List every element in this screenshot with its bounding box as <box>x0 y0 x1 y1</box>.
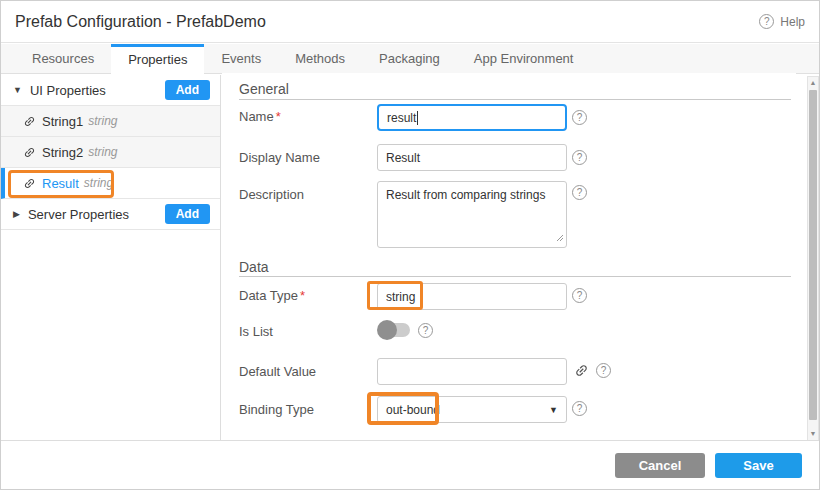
sidebar-group-server-properties[interactable]: ▶ Server Properties Add <box>1 199 220 230</box>
binding-type-select[interactable]: out-bound ▼ <box>377 396 567 423</box>
display-name-help-icon[interactable]: ? <box>572 150 587 165</box>
chevron-right-icon: ▶ <box>13 209 20 219</box>
property-name: Result <box>42 176 79 191</box>
required-asterisk: * <box>300 288 305 303</box>
property-name: String1 <box>42 114 83 129</box>
property-form: General Name* result ? Display Name Resu… <box>222 73 796 442</box>
dropdown-arrow-icon: ▼ <box>549 405 558 415</box>
tab-properties[interactable]: Properties <box>111 44 204 75</box>
resize-handle-icon[interactable] <box>556 231 564 245</box>
display-name-input[interactable]: Result <box>377 144 567 171</box>
link-icon <box>20 174 38 192</box>
dialog-footer: Cancel Save <box>1 440 819 489</box>
save-button[interactable]: Save <box>715 453 802 478</box>
properties-sidebar: ▼ UI Properties Add String1 string Strin… <box>1 75 221 442</box>
sidebar-item-result[interactable]: Result string <box>1 168 220 199</box>
tab-resources[interactable]: Resources <box>15 44 111 74</box>
name-help-icon[interactable]: ? <box>572 110 587 125</box>
help-button[interactable]: ? Help <box>759 14 805 29</box>
description-textarea[interactable]: Result from comparing strings <box>377 181 567 248</box>
sidebar-item-string2[interactable]: String2 string <box>1 137 220 168</box>
data-type-input-value: string <box>386 290 415 304</box>
bind-link-icon[interactable] <box>571 360 592 381</box>
binding-type-selected-value: out-bound <box>386 403 440 417</box>
add-ui-property-button[interactable]: Add <box>165 80 210 100</box>
link-icon <box>20 112 38 130</box>
section-divider <box>239 276 791 277</box>
general-section-heading: General <box>239 81 289 97</box>
vertical-scrollbar: ▲ ▼ <box>807 76 819 441</box>
help-icon: ? <box>759 14 774 29</box>
dialog-title: Prefab Configuration - PrefabDemo <box>15 13 266 31</box>
name-label: Name* <box>239 109 281 124</box>
tab-bar: Resources Properties Events Methods Pack… <box>1 44 819 74</box>
toggle-knob <box>377 320 397 340</box>
sidebar-item-string1[interactable]: String1 string <box>1 106 220 137</box>
sidebar-group-ui-properties[interactable]: ▼ UI Properties Add <box>1 75 220 106</box>
scroll-down-arrow-icon[interactable]: ▼ <box>808 428 818 440</box>
chevron-down-icon: ▼ <box>13 85 22 95</box>
property-type: string <box>88 145 117 159</box>
description-value: Result from comparing strings <box>386 188 545 202</box>
description-label: Description <box>239 187 304 202</box>
tab-packaging[interactable]: Packaging <box>362 44 457 74</box>
display-name-label: Display Name <box>239 150 320 165</box>
default-value-help-icon[interactable]: ? <box>596 363 611 378</box>
tab-methods[interactable]: Methods <box>278 44 362 74</box>
text-cursor <box>417 111 418 125</box>
link-icon <box>20 143 38 161</box>
ui-properties-label: UI Properties <box>30 83 106 98</box>
cancel-button[interactable]: Cancel <box>615 453 705 478</box>
required-asterisk: * <box>276 109 281 124</box>
scrollbar-thumb[interactable] <box>809 90 817 420</box>
name-input-value: result <box>387 111 416 125</box>
description-help-icon[interactable]: ? <box>572 185 587 200</box>
display-name-input-value: Result <box>386 151 420 165</box>
title-bar: Prefab Configuration - PrefabDemo ? Help <box>1 1 819 43</box>
data-type-label: Data Type* <box>239 288 305 303</box>
data-type-help-icon[interactable]: ? <box>572 288 587 303</box>
tab-app-environment[interactable]: App Environment <box>457 44 591 74</box>
section-divider <box>239 99 791 100</box>
property-type: string <box>84 176 113 190</box>
is-list-help-icon[interactable]: ? <box>418 323 433 338</box>
default-value-label: Default Value <box>239 364 316 379</box>
tab-events[interactable]: Events <box>204 44 278 74</box>
add-server-property-button[interactable]: Add <box>165 204 210 224</box>
default-value-input[interactable] <box>377 358 567 385</box>
is-list-label: Is List <box>239 324 273 339</box>
binding-type-label: Binding Type <box>239 402 314 417</box>
data-type-input[interactable]: string <box>377 283 567 310</box>
binding-type-help-icon[interactable]: ? <box>572 401 587 416</box>
data-section-heading: Data <box>239 259 269 275</box>
property-type: string <box>88 114 117 128</box>
property-name: String2 <box>42 145 83 160</box>
scroll-up-arrow-icon[interactable]: ▲ <box>808 77 818 89</box>
name-input[interactable]: result <box>377 104 567 131</box>
is-list-toggle[interactable] <box>377 320 411 340</box>
server-properties-label: Server Properties <box>28 207 129 222</box>
prefab-configuration-dialog: Prefab Configuration - PrefabDemo ? Help… <box>0 0 820 490</box>
help-label: Help <box>780 15 805 29</box>
